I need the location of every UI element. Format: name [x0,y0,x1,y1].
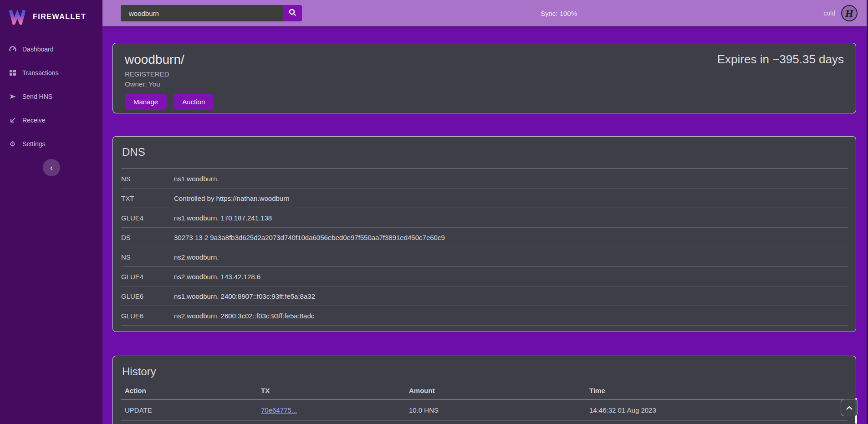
history-card-title: History [113,356,856,378]
tx-link[interactable]: 70e64775... [261,406,297,414]
sidebar-collapse-button[interactable]: ‹ [43,159,60,176]
dns-record-type: GLUE6 [121,312,174,320]
dns-record-row: GLUE4 ns2.woodburn. 143.42.128.6 [121,267,848,286]
dns-record-value: ns2.woodburn. [174,253,848,261]
main-content: woodburn/ REGISTERED Owner: You Manage A… [102,27,868,424]
history-col-action: Action [121,387,261,394]
dns-card: DNS NS ns1.woodburn. TXT Controlled by h… [112,136,856,332]
history-card: History Action TX Amount Time UPDATE 70e… [112,356,856,424]
topbar-right: cold H [823,5,868,22]
dns-record-type: DS [121,234,174,241]
dns-record-value: Controlled by https://nathan.woodburn [174,194,848,202]
sidebar: FIREWALLET Dashboard Transactions Send H… [0,0,102,424]
dns-record-row: NS ns1.woodburn. [121,169,848,189]
auction-button[interactable]: Auction [174,94,214,110]
history-time: 14:46:32 01 Aug 2023 [589,406,848,414]
domain-status: REGISTERED [125,70,214,78]
scroll-to-top-button[interactable] [841,399,858,416]
wallet-mode-badge: cold [823,10,835,17]
history-col-time: Time [589,387,848,394]
dns-record-type: GLUE4 [121,214,174,222]
dns-record-type: GLUE6 [121,292,174,300]
history-col-amount: Amount [409,387,589,394]
sidebar-item-dashboard[interactable]: Dashboard [0,37,102,61]
dns-card-title: DNS [113,137,856,158]
dns-record-value: ns1.woodburn. [174,175,848,183]
history-row: UPDATE 70e64775... 10.0 HNS 14:46:32 01 … [121,400,848,421]
history-action: UPDATE [121,406,261,414]
sidebar-item-label: Send HNS [22,93,52,100]
sidebar-nav: Dashboard Transactions Send HNS Receive … [0,37,102,156]
dns-record-type: NS [121,253,174,261]
domain-name: woodburn/ [125,52,214,67]
domain-info: woodburn/ REGISTERED Owner: You Manage A… [125,52,214,110]
dns-record-value: ns1.woodburn. 170.187.241.138 [174,214,848,222]
domain-expiry: Expires in ~395.35 days [717,52,844,110]
search-group [121,5,302,21]
history-header-row: Action TX Amount Time [121,382,848,400]
table-grid-icon [9,69,16,77]
manage-button[interactable]: Manage [125,94,167,110]
sidebar-item-label: Receive [22,117,46,124]
dns-record-row: NS ns2.woodburn. [121,247,848,267]
dns-record-value: ns1.woodburn. 2400:8907::f03c:93ff:fe5a:… [174,292,848,300]
sidebar-item-label: Settings [22,140,46,148]
gear-icon: ⚙ [9,140,16,148]
dns-record-row: DS 30273 13 2 9a3a8fb3d625d2a2073d740f10… [121,228,848,247]
dashboard-gauge-icon [9,46,16,53]
history-amount: 10.0 HNS [409,406,589,414]
domain-card: woodburn/ REGISTERED Owner: You Manage A… [112,43,856,113]
search-icon [289,9,296,18]
sync-status: Sync: 100% [522,10,595,17]
sidebar-item-label: Transactions [22,69,59,77]
send-plane-icon [9,93,16,101]
search-button[interactable] [283,5,302,21]
history-row: RENEW d73c5e4... 10.0 HNS 15:47:30 07 Ju… [121,421,848,424]
dns-record-row: GLUE6 ns2.woodburn. 2600:3c02::f03c:93ff… [121,306,848,326]
topbar: Sync: 100% cold H [102,0,868,27]
history-rows: UPDATE 70e64775... 10.0 HNS 14:46:32 01 … [121,400,848,424]
firewallet-logo-icon [8,9,26,25]
search-input[interactable] [121,5,283,21]
chevron-left-icon: ‹ [50,163,53,173]
dns-record-row: GLUE4 ns1.woodburn. 170.187.241.138 [121,208,848,228]
sidebar-item-send-hns[interactable]: Send HNS [0,85,102,108]
dns-record-type: GLUE4 [121,273,174,281]
sidebar-item-settings[interactable]: ⚙ Settings [0,132,102,156]
dns-record-value: ns2.woodburn. 143.42.128.6 [174,273,848,281]
dns-record-value: 30273 13 2 9a3a8fb3d625d2a2073d740f10da6… [174,234,848,241]
receive-arrow-icon [9,117,16,124]
domain-owner: Owner: You [125,80,214,88]
brand: FIREWALLET [0,0,102,27]
sidebar-item-receive[interactable]: Receive [0,108,102,132]
dns-record-value: ns2.woodburn. 2600:3c02::f03c:93ff:fe5a:… [174,312,848,320]
sidebar-item-label: Dashboard [22,46,54,53]
dns-record-type: NS [121,175,174,183]
brand-name: FIREWALLET [33,13,86,21]
dns-record-type: TXT [121,194,174,202]
history-table: Action TX Amount Time UPDATE 70e64775...… [121,382,848,424]
chevron-up-icon [846,404,853,411]
dns-table: NS ns1.woodburn. TXT Controlled by https… [121,169,848,326]
dns-record-row: TXT Controlled by https://nathan.woodbur… [121,189,848,208]
handshake-hns-icon[interactable]: H [841,5,858,22]
svg-text:H: H [845,8,854,19]
history-col-tx: TX [261,387,409,394]
dns-record-row: GLUE6 ns1.woodburn. 2400:8907::f03c:93ff… [121,286,848,306]
sidebar-item-transactions[interactable]: Transactions [0,61,102,85]
